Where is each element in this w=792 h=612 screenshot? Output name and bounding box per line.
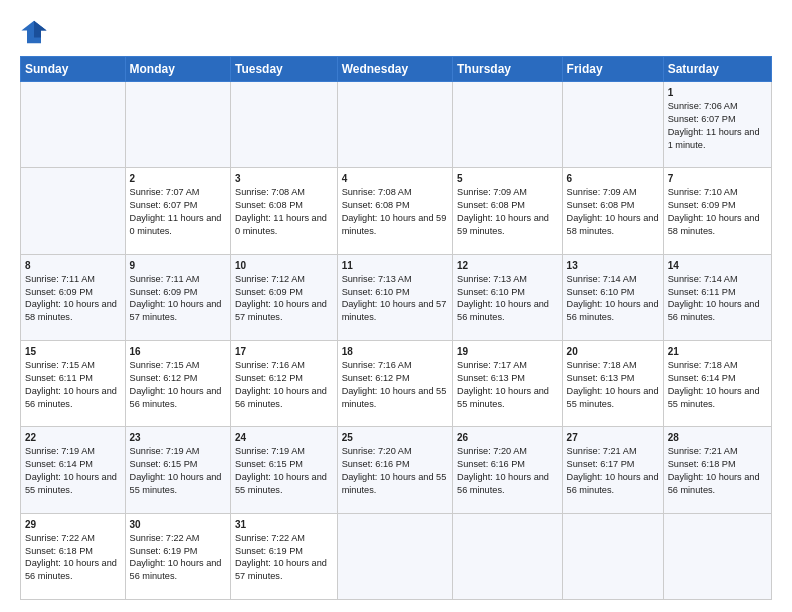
header-row: SundayMondayTuesdayWednesdayThursdayFrid… — [21, 57, 772, 82]
empty-cell — [337, 82, 452, 168]
day-cell-30: 30Sunrise: 7:22 AMSunset: 6:19 PMDayligh… — [125, 513, 230, 599]
empty-cell — [21, 82, 126, 168]
day-header-thursday: Thursday — [453, 57, 563, 82]
day-header-friday: Friday — [562, 57, 663, 82]
day-cell-29: 29Sunrise: 7:22 AMSunset: 6:18 PMDayligh… — [21, 513, 126, 599]
day-cell-23: 23Sunrise: 7:19 AMSunset: 6:15 PMDayligh… — [125, 427, 230, 513]
day-cell-15: 15Sunrise: 7:15 AMSunset: 6:11 PMDayligh… — [21, 340, 126, 426]
empty-cell — [453, 82, 563, 168]
logo — [20, 18, 52, 46]
day-header-sunday: Sunday — [21, 57, 126, 82]
calendar-week-5: 22Sunrise: 7:19 AMSunset: 6:14 PMDayligh… — [21, 427, 772, 513]
empty-cell — [562, 82, 663, 168]
day-cell-10: 10Sunrise: 7:12 AMSunset: 6:09 PMDayligh… — [231, 254, 338, 340]
page: SundayMondayTuesdayWednesdayThursdayFrid… — [0, 0, 792, 612]
empty-cell — [337, 513, 452, 599]
day-cell-28: 28Sunrise: 7:21 AMSunset: 6:18 PMDayligh… — [663, 427, 771, 513]
calendar-body: 1Sunrise: 7:06 AMSunset: 6:07 PMDaylight… — [21, 82, 772, 600]
empty-cell — [21, 168, 126, 254]
day-cell-19: 19Sunrise: 7:17 AMSunset: 6:13 PMDayligh… — [453, 340, 563, 426]
calendar-header: SundayMondayTuesdayWednesdayThursdayFrid… — [21, 57, 772, 82]
day-cell-17: 17Sunrise: 7:16 AMSunset: 6:12 PMDayligh… — [231, 340, 338, 426]
empty-cell — [562, 513, 663, 599]
day-cell-18: 18Sunrise: 7:16 AMSunset: 6:12 PMDayligh… — [337, 340, 452, 426]
day-cell-13: 13Sunrise: 7:14 AMSunset: 6:10 PMDayligh… — [562, 254, 663, 340]
header — [20, 18, 772, 46]
calendar-week-1: 1Sunrise: 7:06 AMSunset: 6:07 PMDaylight… — [21, 82, 772, 168]
empty-cell — [663, 513, 771, 599]
day-cell-7: 7Sunrise: 7:10 AMSunset: 6:09 PMDaylight… — [663, 168, 771, 254]
day-header-wednesday: Wednesday — [337, 57, 452, 82]
day-cell-22: 22Sunrise: 7:19 AMSunset: 6:14 PMDayligh… — [21, 427, 126, 513]
day-cell-1: 1Sunrise: 7:06 AMSunset: 6:07 PMDaylight… — [663, 82, 771, 168]
empty-cell — [453, 513, 563, 599]
day-cell-20: 20Sunrise: 7:18 AMSunset: 6:13 PMDayligh… — [562, 340, 663, 426]
day-cell-26: 26Sunrise: 7:20 AMSunset: 6:16 PMDayligh… — [453, 427, 563, 513]
day-cell-4: 4Sunrise: 7:08 AMSunset: 6:08 PMDaylight… — [337, 168, 452, 254]
day-cell-6: 6Sunrise: 7:09 AMSunset: 6:08 PMDaylight… — [562, 168, 663, 254]
day-cell-11: 11Sunrise: 7:13 AMSunset: 6:10 PMDayligh… — [337, 254, 452, 340]
day-cell-24: 24Sunrise: 7:19 AMSunset: 6:15 PMDayligh… — [231, 427, 338, 513]
empty-cell — [125, 82, 230, 168]
day-cell-5: 5Sunrise: 7:09 AMSunset: 6:08 PMDaylight… — [453, 168, 563, 254]
day-cell-27: 27Sunrise: 7:21 AMSunset: 6:17 PMDayligh… — [562, 427, 663, 513]
day-header-tuesday: Tuesday — [231, 57, 338, 82]
calendar-week-6: 29Sunrise: 7:22 AMSunset: 6:18 PMDayligh… — [21, 513, 772, 599]
day-cell-12: 12Sunrise: 7:13 AMSunset: 6:10 PMDayligh… — [453, 254, 563, 340]
day-cell-31: 31Sunrise: 7:22 AMSunset: 6:19 PMDayligh… — [231, 513, 338, 599]
day-cell-8: 8Sunrise: 7:11 AMSunset: 6:09 PMDaylight… — [21, 254, 126, 340]
day-header-monday: Monday — [125, 57, 230, 82]
empty-cell — [231, 82, 338, 168]
day-cell-2: 2Sunrise: 7:07 AMSunset: 6:07 PMDaylight… — [125, 168, 230, 254]
logo-icon — [20, 18, 48, 46]
day-header-saturday: Saturday — [663, 57, 771, 82]
day-cell-25: 25Sunrise: 7:20 AMSunset: 6:16 PMDayligh… — [337, 427, 452, 513]
day-cell-21: 21Sunrise: 7:18 AMSunset: 6:14 PMDayligh… — [663, 340, 771, 426]
day-cell-14: 14Sunrise: 7:14 AMSunset: 6:11 PMDayligh… — [663, 254, 771, 340]
day-cell-16: 16Sunrise: 7:15 AMSunset: 6:12 PMDayligh… — [125, 340, 230, 426]
calendar-table: SundayMondayTuesdayWednesdayThursdayFrid… — [20, 56, 772, 600]
calendar-week-2: 2Sunrise: 7:07 AMSunset: 6:07 PMDaylight… — [21, 168, 772, 254]
day-cell-3: 3Sunrise: 7:08 AMSunset: 6:08 PMDaylight… — [231, 168, 338, 254]
calendar-week-4: 15Sunrise: 7:15 AMSunset: 6:11 PMDayligh… — [21, 340, 772, 426]
calendar-week-3: 8Sunrise: 7:11 AMSunset: 6:09 PMDaylight… — [21, 254, 772, 340]
day-cell-9: 9Sunrise: 7:11 AMSunset: 6:09 PMDaylight… — [125, 254, 230, 340]
svg-marker-1 — [34, 21, 47, 38]
